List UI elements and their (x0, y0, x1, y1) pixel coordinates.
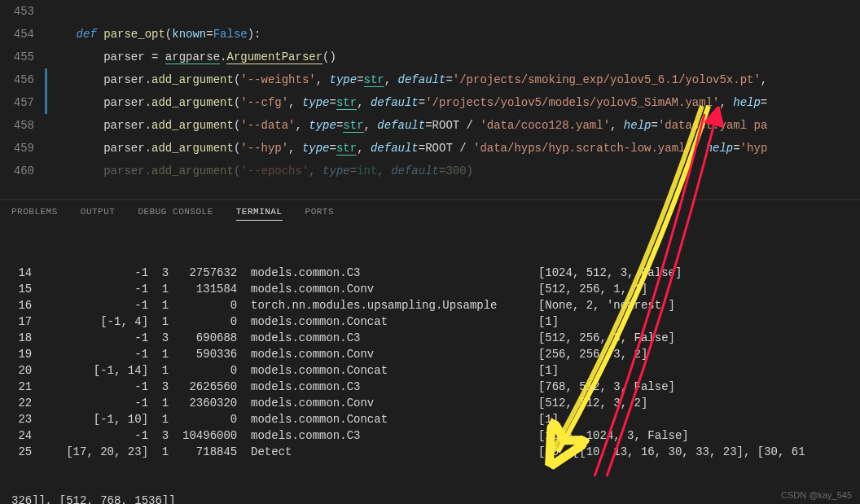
line-number: 453 (0, 0, 49, 23)
terminal-row: 22 -1 1 2360320 models.common.Conv [512,… (11, 395, 849, 411)
terminal-row: 14 -1 3 2757632 models.common.C3 [1024, … (11, 265, 849, 281)
code-content: parser = argparse.ArgumentParser() (49, 46, 860, 68)
line-number: 459 (0, 137, 49, 160)
code-line[interactable]: 460 parser.add_argument('--epochs', type… (0, 160, 860, 182)
code-editor[interactable]: 453454 def parse_opt(known=False):455 pa… (0, 0, 860, 199)
line-number: 456 (0, 68, 49, 91)
terminal-output[interactable]: 14 -1 3 2757632 models.common.C3 [1024, … (0, 227, 860, 504)
code-line[interactable]: 455 parser = argparse.ArgumentParser() (0, 46, 860, 68)
code-line[interactable]: 459 parser.add_argument('--hyp', type=st… (0, 137, 860, 160)
terminal-row: 23 [-1, 10] 1 0 models.common.Concat [1] (11, 411, 849, 427)
panel-tab-ports[interactable]: PORTS (305, 207, 335, 221)
code-content: parser.add_argument('--epochs', type=int… (49, 160, 860, 182)
terminal-row: 24 -1 3 10496000 models.common.C3 [1536,… (11, 427, 849, 444)
code-content (49, 0, 860, 23)
code-line[interactable]: 457 parser.add_argument('--cfg', type=st… (0, 91, 860, 114)
panel-tab-terminal[interactable]: TERMINAL (236, 207, 283, 221)
code-content: parser.add_argument('--data', type=str, … (49, 114, 860, 137)
watermark: CSDN @kay_545 (781, 490, 852, 500)
line-number: 457 (0, 91, 49, 114)
code-line[interactable]: 456 parser.add_argument('--weights', typ… (0, 68, 860, 91)
terminal-row: 15 -1 1 131584 models.common.Conv [512, … (11, 281, 849, 297)
line-number: 454 (0, 23, 49, 46)
code-content: parser.add_argument('--hyp', type=str, d… (49, 137, 860, 160)
code-content: parser.add_argument('--weights', type=st… (49, 68, 860, 91)
terminal-row: 18 -1 3 690688 models.common.C3 [512, 25… (11, 330, 849, 346)
terminal-row: 16 -1 1 0 torch.nn.modules.upsampling.Up… (11, 297, 849, 313)
terminal-row: 17 [-1, 4] 1 0 models.common.Concat [1] (11, 313, 849, 330)
panel-tab-output[interactable]: OUTPUT (81, 207, 116, 221)
code-line[interactable]: 453 (0, 0, 860, 23)
terminal-row: 25 [17, 20, 23] 1 718845 Detect [80, [[1… (11, 444, 849, 460)
terminal-row: 20 [-1, 14] 1 0 models.common.Concat [1] (11, 362, 849, 379)
line-number: 460 (0, 160, 49, 182)
panel-tabbar: PROBLEMSOUTPUTDEBUG CONSOLETERMINALPORTS (0, 199, 860, 227)
terminal-line: 326]], [512, 768, 1536]] (11, 493, 849, 504)
code-line[interactable]: 458 parser.add_argument('--data', type=s… (0, 114, 860, 137)
terminal-row: 21 -1 3 2626560 models.common.C3 [768, 5… (11, 379, 849, 395)
line-number: 458 (0, 114, 49, 137)
panel-tab-debug-console[interactable]: DEBUG CONSOLE (138, 207, 213, 221)
code-line[interactable]: 454 def parse_opt(known=False): (0, 23, 860, 46)
terminal-row: 19 -1 1 590336 models.common.Conv [256, … (11, 346, 849, 362)
code-content: parser.add_argument('--cfg', type=str, d… (49, 91, 860, 114)
panel-tab-problems[interactable]: PROBLEMS (11, 207, 58, 221)
code-content: def parse_opt(known=False): (49, 23, 860, 46)
line-number: 455 (0, 46, 49, 68)
